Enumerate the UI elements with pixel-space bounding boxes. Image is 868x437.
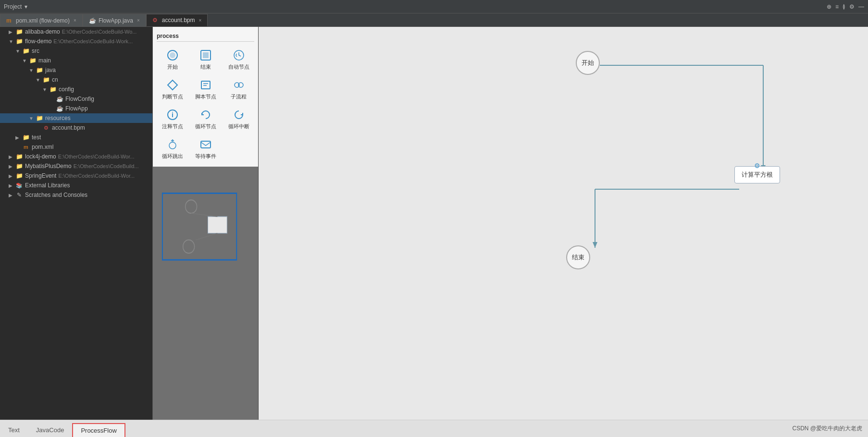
sidebar-item-src[interactable]: ▼ 📁 src <box>0 46 152 56</box>
svg-marker-30 <box>593 242 597 248</box>
sidebar-item-springevent[interactable]: ▶ 📁 SpringEvent E:\OtherCodes\CodeBuild-… <box>0 171 152 181</box>
libs-icon: 📚 <box>15 182 23 189</box>
sidebar-item-cn[interactable]: ▼ 📁 cn <box>0 75 152 85</box>
arrow-alibaba: ▶ <box>9 29 15 35</box>
add-icon[interactable]: ⊕ <box>827 3 831 10</box>
settings-icon[interactable]: ⚙ <box>849 3 855 10</box>
sidebar-item-resources[interactable]: ▼ 📁 resources <box>0 113 152 123</box>
arrow-java: ▼ <box>29 68 36 73</box>
sidebar-item-test[interactable]: ▶ 📁 test <box>0 133 152 142</box>
flow-node-task[interactable]: ⚙ 计算平方根 <box>734 166 780 183</box>
flow-node-end[interactable]: 结束 <box>566 245 590 269</box>
palette-item-judge[interactable]: 判断节点 <box>157 75 188 103</box>
palette-item-start[interactable]: 开始 <box>157 46 188 73</box>
judge-label: 判断节点 <box>162 93 183 100</box>
label-cn: cn <box>52 76 58 83</box>
minimap-panel[interactable] <box>153 167 258 420</box>
palette-title: process <box>157 31 254 42</box>
subprocess-label: 子流程 <box>231 93 247 100</box>
bottom-tab-processflow[interactable]: ProcessFlow <box>72 423 125 437</box>
label-flowconfig: FlowConfig <box>65 96 94 102</box>
flow-arrows-svg <box>259 27 868 420</box>
tab-pom-close[interactable]: × <box>74 18 76 23</box>
svg-text:i: i <box>172 111 174 119</box>
bottom-tab-javacode[interactable]: JavaCode <box>28 423 73 437</box>
tab-pom-label: pom.xml (flow-demo) <box>16 17 70 24</box>
sidebar-item-alibaba-demo[interactable]: ▶ 📁 alibaba-demo E:\OtherCodes\CodeBuild… <box>0 27 152 36</box>
sidebar-item-lock4j[interactable]: ▶ 📁 lock4j-demo E:\OtherCodes\CodeBuild-… <box>0 152 152 161</box>
script-icon <box>199 78 212 92</box>
label-alibaba: alibaba-demo <box>25 28 60 35</box>
folder-icon-main: 📁 <box>29 57 37 64</box>
arrow-config: ▼ <box>42 87 49 92</box>
tab-flowapp[interactable]: ☕ FlowApp.java × <box>83 14 146 26</box>
tab-flowapp-label: FlowApp.java <box>99 17 133 24</box>
path-springevent: E:\OtherCodes\CodeBuild-Wor... <box>58 173 135 179</box>
folder-icon-java: 📁 <box>36 66 43 74</box>
svg-rect-6 <box>201 81 210 89</box>
flow-node-start[interactable]: 开始 <box>576 51 600 75</box>
sidebar-item-java[interactable]: ▼ 📁 java <box>0 65 152 75</box>
palette-item-end[interactable]: 结束 <box>190 46 221 73</box>
bottom-tab-text[interactable]: Text <box>0 423 28 437</box>
palette-item-script[interactable]: 脚本节点 <box>190 75 221 103</box>
svg-point-14 <box>169 142 176 149</box>
start-label: 开始 <box>167 63 178 71</box>
path-flow-demo: E:\OtherCodes\CodeBuild-Work... <box>53 38 133 44</box>
flow-canvas[interactable]: 开始 ⚙ 计算平方根 结束 <box>259 27 868 420</box>
java-icon-flowconfig: ☕ <box>56 95 63 103</box>
tab-flowapp-close[interactable]: × <box>137 18 140 23</box>
palette-item-subprocess[interactable]: 子流程 <box>223 75 254 103</box>
waitevent-label: 等待事件 <box>195 153 216 160</box>
palette-item-loopexit[interactable]: 循环跳出 <box>157 135 188 163</box>
palette-item-waitevent[interactable]: 等待事件 <box>190 135 221 163</box>
arrow-external: ▶ <box>9 183 15 188</box>
sidebar-item-main[interactable]: ▼ 📁 main <box>0 56 152 65</box>
end-icon <box>199 49 212 62</box>
tab-account[interactable]: ⚙ account.bpm × <box>146 14 208 26</box>
sidebar-item-external-libs[interactable]: ▶ 📚 External Libraries <box>0 181 152 190</box>
label-src: src <box>32 48 39 54</box>
script-label: 脚本节点 <box>195 93 216 100</box>
arrow-src: ▼ <box>15 49 22 54</box>
folder-icon-lock4j: 📁 <box>15 153 23 160</box>
sidebar-item-mybatis[interactable]: ▶ 📁 MybatisPlusDemo E:\OtherCodes\CodeBu… <box>0 161 152 171</box>
auto-icon <box>232 49 246 62</box>
folder-icon-config: 📁 <box>49 85 57 93</box>
label-config: config <box>59 86 74 93</box>
sidebar-item-flowconfig[interactable]: ▶ ☕ FlowConfig <box>0 94 152 104</box>
label-lock4j: lock4j-demo <box>25 153 56 160</box>
task-node-label: 计算平方根 <box>742 171 773 178</box>
palette-panel: process 开始 结束 <box>153 27 258 167</box>
bottom-tab-bar: Text JavaCode ProcessFlow CSDN @爱吃牛肉的大老虎 <box>0 420 868 437</box>
project-dropdown-icon[interactable]: ▾ <box>25 3 27 10</box>
arrow-lock4j: ▶ <box>9 154 15 159</box>
svg-point-1 <box>170 52 175 58</box>
sidebar-item-account-bpm[interactable]: ▶ ⚙ account.bpm <box>0 123 152 133</box>
sidebar-item-flowapp[interactable]: ▶ ☕ FlowApp <box>0 104 152 113</box>
sidebar-item-pom-xml[interactable]: ▶ m pom.xml <box>0 142 152 152</box>
label-external-libs: External Libraries <box>25 182 70 189</box>
sidebar-item-config[interactable]: ▼ 📁 config <box>0 85 152 94</box>
sidebar-item-scratches[interactable]: ▶ ✎ Scratches and Consoles <box>0 190 152 200</box>
palette-item-auto[interactable]: 自动节点 <box>223 46 254 73</box>
scratches-icon: ✎ <box>15 191 23 199</box>
java-icon-flowapp: ☕ <box>56 105 63 112</box>
palette-item-loopbreak[interactable]: 循环中断 <box>223 105 254 133</box>
minimize-icon[interactable]: — <box>858 3 864 10</box>
sidebar-item-flow-demo[interactable]: ▼ 📁 flow-demo E:\OtherCodes\CodeBuild-Wo… <box>0 36 152 46</box>
end-label: 结束 <box>200 63 211 71</box>
svg-marker-5 <box>168 80 177 90</box>
palette-grid: 开始 结束 自动节点 <box>157 46 254 163</box>
project-label: Project <box>4 3 22 10</box>
svg-rect-3 <box>203 52 209 58</box>
label-flowapp: FlowApp <box>65 105 88 112</box>
loopexit-label: 循环跳出 <box>162 153 183 160</box>
tab-pom[interactable]: m pom.xml (flow-demo) × <box>0 14 83 26</box>
split-icon[interactable]: ≬ <box>843 3 845 10</box>
label-account-bpm: account.bpm <box>52 124 85 131</box>
palette-item-note[interactable]: i 注释节点 <box>157 105 188 133</box>
palette-item-loop[interactable]: 循环节点 <box>190 105 221 133</box>
list-icon[interactable]: ≡ <box>835 3 839 10</box>
tab-account-close[interactable]: × <box>198 18 201 23</box>
